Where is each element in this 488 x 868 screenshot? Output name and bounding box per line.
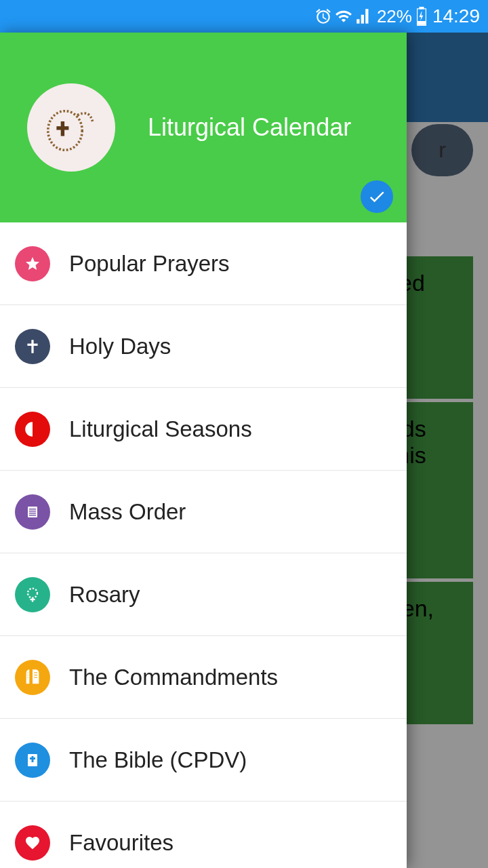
app-avatar	[27, 83, 115, 172]
navigation-drawer: Liturgical Calendar Popular PrayersHoly …	[0, 33, 407, 868]
drawer-item-the-bible-cpdv-[interactable]: The Bible (CPDV)	[0, 719, 407, 802]
svg-rect-6	[31, 340, 33, 353]
status-time: 14:29	[432, 5, 480, 27]
drawer-item-the-commandments[interactable]: The Commandments	[0, 636, 407, 719]
battery-percentage: 22%	[377, 6, 412, 27]
rosary-icon	[15, 577, 50, 612]
star-icon	[15, 246, 50, 281]
svg-point-3	[48, 111, 82, 151]
drawer-item-favourites[interactable]: Favourites	[0, 802, 407, 868]
drawer-item-label: Popular Prayers	[69, 251, 230, 277]
svg-rect-5	[56, 126, 68, 130]
drawer-item-label: Favourites	[69, 830, 174, 856]
bible-icon	[15, 743, 50, 778]
svg-rect-7	[27, 343, 37, 345]
drawer-item-label: Mass Order	[69, 499, 186, 525]
svg-rect-11	[29, 513, 36, 514]
cellular-signal-icon	[355, 7, 373, 25]
svg-rect-8	[28, 507, 37, 517]
drawer-item-liturgical-seasons[interactable]: Liturgical Seasons	[0, 388, 407, 471]
svg-point-13	[28, 588, 37, 597]
svg-rect-2	[418, 21, 426, 25]
wifi-icon	[335, 7, 352, 25]
cross-icon	[15, 329, 50, 364]
alarm-icon	[314, 7, 332, 25]
drawer-list: Popular PrayersHoly DaysLiturgical Seaso…	[0, 222, 407, 868]
svg-rect-1	[419, 7, 424, 9]
drawer-item-mass-order[interactable]: Mass Order	[0, 471, 407, 553]
tablets-icon	[15, 660, 50, 695]
drawer-item-label: Liturgical Seasons	[69, 416, 252, 442]
drawer-item-label: Rosary	[69, 582, 140, 608]
drawer-item-label: Holy Days	[69, 334, 171, 359]
drawer-item-holy-days[interactable]: Holy Days	[0, 305, 407, 388]
svg-rect-12	[29, 515, 36, 516]
check-badge-icon[interactable]	[361, 180, 393, 213]
moon-icon	[15, 412, 50, 447]
svg-rect-9	[29, 509, 36, 510]
battery-charging-icon	[416, 7, 427, 26]
doc-icon	[15, 494, 50, 530]
drawer-title: Liturgical Calendar	[148, 113, 351, 142]
heart-icon	[15, 825, 50, 861]
drawer-item-label: The Bible (CPDV)	[69, 747, 247, 773]
svg-rect-10	[29, 511, 36, 512]
drawer-header: Liturgical Calendar	[0, 33, 407, 222]
drawer-item-rosary[interactable]: Rosary	[0, 553, 407, 636]
drawer-item-label: The Commandments	[69, 665, 278, 690]
svg-rect-24	[30, 757, 35, 760]
drawer-item-popular-prayers[interactable]: Popular Prayers	[0, 222, 407, 305]
status-bar: 22% 14:29	[0, 0, 488, 33]
